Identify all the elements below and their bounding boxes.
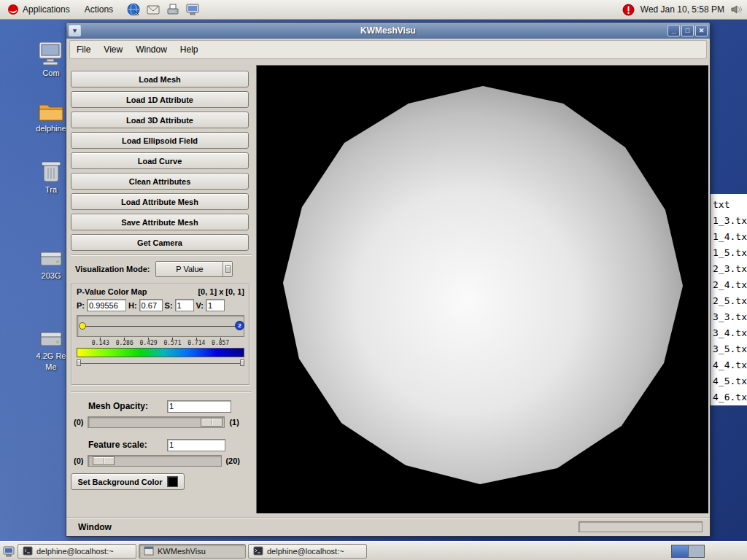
show-desktop-icon[interactable]	[2, 545, 15, 558]
terminal-line: 3_4.tx	[711, 325, 747, 341]
terminal-icon	[23, 546, 33, 556]
window-statusbar: Window	[66, 517, 710, 536]
dropdown-indicator-icon	[222, 262, 232, 276]
s-value-field[interactable]	[175, 299, 194, 311]
colormap-range: [0, 1] x [0, 1]	[198, 287, 244, 296]
tick-label: 0.714	[187, 338, 205, 346]
clean-attributes-button[interactable]: Clean Attributes	[71, 173, 249, 190]
load-curve-button[interactable]: Load Curve	[71, 152, 249, 169]
alert-notification-icon[interactable]	[622, 4, 635, 16]
v-field-label: V:	[196, 301, 204, 310]
feature-slider-thumb[interactable]	[93, 456, 115, 465]
visualization-mode-label: Visualization Mode:	[75, 265, 150, 273]
menubar: File View Window Help	[69, 40, 707, 59]
workspace-switcher	[671, 545, 705, 558]
terminal-line: 3_3.tx	[711, 309, 747, 325]
colormap-axis-ticks: 0.143 0.286 0.429 0.571 0.714 0.857	[77, 338, 244, 347]
menu-help[interactable]: Help	[174, 41, 205, 58]
terminal-line: 1_3.tx	[711, 213, 747, 229]
h-field-label: H:	[128, 301, 137, 310]
mesh-opacity-field[interactable]	[167, 400, 231, 413]
terminal-line: 2_3.tx	[711, 261, 747, 277]
email-launcher-icon[interactable]	[146, 2, 160, 17]
workspace-2[interactable]	[688, 545, 704, 557]
colormap-title: P-Value Color Map	[77, 287, 147, 296]
feature-scale-field[interactable]	[167, 439, 225, 451]
taskbar: delphine@localhost:~ KWMeshVisu delphine…	[0, 541, 747, 560]
feature-scale-slider[interactable]	[88, 455, 222, 467]
actions-menu[interactable]: Actions	[77, 0, 120, 19]
colormap-function-line	[79, 326, 242, 327]
range-end-handle[interactable]	[240, 359, 244, 366]
taskbar-button-terminal-1[interactable]: delphine@localhost:~	[18, 544, 136, 559]
status-text: Window	[78, 522, 112, 532]
v-value-field[interactable]	[206, 299, 225, 311]
tick-label: 0.286	[116, 338, 133, 346]
taskbar-button-terminal-2[interactable]: delphine@localhost:~	[248, 544, 367, 559]
close-button[interactable]: ✕	[695, 25, 708, 36]
load-3d-attribute-button[interactable]: Load 3D Attribute	[71, 112, 249, 128]
colormap-end-node[interactable]: 2	[235, 321, 244, 330]
menu-view[interactable]: View	[97, 41, 129, 58]
terminal-line: 2_5.tx	[711, 293, 747, 309]
tick-label: 0.143	[92, 338, 109, 346]
mesh-opacity-label: Mesh Opacity:	[88, 401, 148, 411]
render-viewport[interactable]	[256, 65, 708, 513]
printer-launcher-icon[interactable]	[166, 2, 180, 17]
screenshot-launcher-icon[interactable]	[185, 2, 200, 17]
terminal-line: 4_6.tx	[711, 389, 747, 405]
mesh-opacity-slider[interactable]	[88, 416, 225, 428]
separator	[71, 254, 252, 256]
range-start-handle[interactable]	[77, 359, 81, 366]
menu-file[interactable]: File	[70, 41, 97, 58]
load-mesh-button[interactable]: Load Mesh	[71, 71, 249, 88]
minimize-button[interactable]: _	[667, 25, 680, 36]
clock: Wed Jan 10, 5:58 PM	[640, 4, 724, 15]
terminal-window-partial[interactable]: txt 1_3.tx 1_4.tx 1_5.tx 2_3.tx 2_4.tx 2…	[711, 194, 747, 405]
tick-label: 0.857	[212, 338, 229, 346]
window-titlebar[interactable]: ▾ KWMeshVisu _ □ ✕	[66, 23, 710, 39]
trash-icon	[40, 159, 62, 184]
window-icon	[144, 546, 154, 556]
set-background-color-button[interactable]: Set Background Color	[71, 473, 185, 490]
colormap-start-node[interactable]	[79, 322, 86, 330]
colormap-groupbox: P-Value Color Map [0, 1] x [0, 1] P: H: …	[71, 284, 250, 386]
window-title: KWMeshVisu	[66, 26, 710, 36]
load-attribute-mesh-button[interactable]: Load Attribute Mesh	[71, 193, 249, 210]
terminal-line: 1_4.tx	[711, 229, 747, 245]
visualization-mode-dropdown[interactable]: P Value	[155, 261, 233, 277]
taskbar-button-label: KWMeshVisu	[158, 547, 206, 556]
h-value-field[interactable]	[139, 299, 163, 311]
colormap-gradient-bar	[77, 348, 244, 357]
load-1d-attribute-button[interactable]: Load 1D Attribute	[71, 91, 249, 108]
load-ellipsoid-field-button[interactable]: Load Ellipsoid Field	[71, 132, 249, 149]
terminal-line: 1_5.tx	[711, 245, 747, 261]
top-panel: Applications Actions	[0, 0, 747, 20]
web-browser-launcher-icon[interactable]	[126, 2, 141, 17]
opacity-slider-thumb[interactable]	[201, 418, 222, 427]
menu-window[interactable]: Window	[129, 41, 174, 58]
disk-icon	[38, 248, 64, 270]
s-field-label: S:	[165, 301, 173, 310]
terminal-icon	[253, 546, 263, 556]
maximize-button[interactable]: □	[681, 25, 694, 36]
save-attribute-mesh-button[interactable]: Save Attribute Mesh	[71, 214, 249, 230]
disk-icon	[38, 328, 64, 350]
applications-menu[interactable]: Applications	[0, 0, 77, 19]
terminal-line: txt	[711, 197, 747, 213]
taskbar-button-kwmeshvisu[interactable]: KWMeshVisu	[139, 544, 246, 559]
window-menu-button[interactable]: ▾	[69, 25, 81, 36]
feature-scale-label: Feature scale:	[88, 440, 147, 450]
terminal-line: 4_5.tx	[711, 373, 747, 389]
get-camera-button[interactable]: Get Camera	[71, 234, 249, 251]
control-sidebar: Load Mesh Load 1D Attribute Load 3D Attr…	[71, 71, 252, 490]
kwmeshvisu-window: ▾ KWMeshVisu _ □ ✕ File View Window Help…	[66, 22, 711, 537]
p-field-label: P:	[77, 301, 85, 310]
taskbar-button-label: delphine@localhost:~	[267, 547, 344, 556]
p-value-field[interactable]	[87, 299, 126, 311]
workspace-1[interactable]	[672, 545, 688, 557]
volume-icon[interactable]	[730, 4, 743, 15]
colormap-range-slider[interactable]	[77, 359, 244, 366]
progress-well	[578, 521, 703, 532]
colormap-point-canvas[interactable]: 2	[77, 315, 244, 337]
